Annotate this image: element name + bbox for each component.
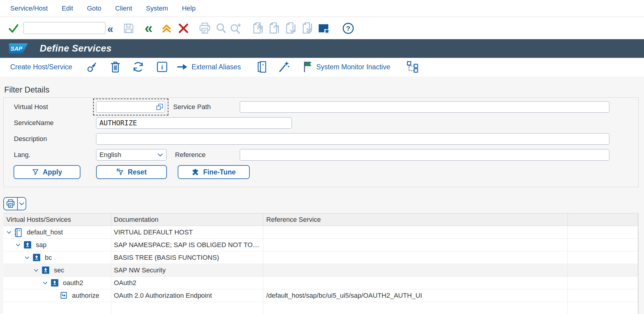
application-toolbar: Create Host/Service i External Aliases S… [0, 58, 644, 77]
tree-node-label[interactable]: oauth2 [63, 279, 83, 287]
documentation-cell: VIRTUAL DEFAULT HOST [111, 226, 263, 238]
print-split-button[interactable] [3, 197, 26, 210]
table-row-empty[interactable] [3, 302, 638, 314]
service-path-label: Service Path [173, 103, 211, 111]
tree-expand-chevron-icon[interactable] [33, 268, 39, 273]
title-bar: SAP Define Services [0, 39, 644, 58]
table-row-sec[interactable]: secSAP NW Security [3, 264, 638, 277]
column-reference-service[interactable]: Reference Service [263, 213, 567, 226]
info-icon[interactable]: i [157, 58, 167, 76]
menu-bar: Service/Host Edit Goto Client System Hel… [0, 0, 644, 17]
last-page-icon[interactable] [301, 22, 314, 35]
column-documentation[interactable]: Documentation [111, 213, 263, 226]
enter-icon[interactable] [8, 23, 19, 34]
documentation-cell: OAuth2 [111, 277, 263, 289]
service-name-input[interactable]: AUTHORIZE [96, 117, 292, 129]
menu-service-host[interactable]: Service/Host [10, 5, 48, 12]
chevron-down-icon [157, 152, 163, 158]
tree-node-label[interactable]: sap [36, 241, 46, 249]
external-aliases-button[interactable]: External Aliases [177, 58, 241, 76]
table-row-default_host[interactable]: default_hostVIRTUAL DEFAULT HOST [3, 226, 638, 239]
tree-expand-chevron-icon[interactable] [42, 280, 48, 286]
command-field[interactable] [23, 22, 105, 34]
service-path-input[interactable] [240, 101, 609, 113]
apply-button[interactable]: Apply [14, 165, 80, 179]
previous-page-icon[interactable] [268, 22, 281, 35]
reference-service-cell: /default_host/sap/bc/ui5_ui5/sap/OAUTH2_… [263, 289, 567, 302]
table-row-oauth2[interactable]: oauth2OAuth2 [3, 277, 638, 289]
services-table: Virtual Hosts/Services Documentation Ref… [3, 213, 639, 314]
tree-cell: oauth2 [3, 277, 111, 289]
port-icon[interactable] [257, 58, 268, 76]
reference-service-cell [263, 251, 567, 264]
menu-system[interactable]: System [146, 5, 168, 12]
reference-service-cell [263, 226, 567, 238]
table-row-bc[interactable]: bcBASIS TREE (BASIS FUNCTIONS) [3, 251, 638, 264]
sap-logo: SAP [9, 43, 28, 54]
system-toolbar: « « ? [0, 17, 644, 39]
reference-input[interactable] [240, 149, 609, 161]
language-label: Lang. [14, 151, 30, 159]
virtual-host-label: Virtual Host [14, 103, 48, 111]
tree-node-label[interactable]: sec [54, 266, 64, 274]
menu-help[interactable]: Help [182, 5, 195, 12]
package-icon [51, 279, 59, 287]
help-icon[interactable]: ? [342, 22, 354, 34]
reference-service-cell [263, 302, 567, 314]
reset-button[interactable]: Reset [96, 165, 167, 179]
language-select[interactable]: English [96, 149, 167, 161]
wand-icon[interactable] [278, 58, 290, 76]
tree-node-label[interactable]: default_host [27, 228, 63, 236]
tree-node-label[interactable]: bc [45, 254, 52, 262]
service-name-label: ServiceName [14, 119, 54, 127]
back-icon[interactable]: « [145, 21, 153, 35]
cancel-icon[interactable] [178, 23, 189, 34]
tree-expand-chevron-icon[interactable] [15, 242, 21, 248]
print-icon[interactable] [199, 22, 211, 34]
filter-icon [32, 168, 39, 176]
virtual-host-input[interactable] [96, 101, 165, 113]
find-icon[interactable] [215, 22, 227, 34]
new-session-icon[interactable] [317, 22, 330, 34]
table-header: Virtual Hosts/Services Documentation Ref… [3, 213, 638, 226]
column-virtual-hosts-services[interactable]: Virtual Hosts/Services [3, 213, 111, 226]
reference-label: Reference [175, 151, 206, 159]
first-page-icon[interactable] [252, 22, 264, 35]
documentation-cell: OAuth 2.0 Authorization Endpoint [111, 289, 263, 302]
save-icon[interactable] [123, 23, 134, 34]
tree-expand-chevron-icon[interactable] [6, 230, 12, 235]
table-row-sap[interactable]: sapSAP NAMESPACE; SAP IS OBLIGED NOT TO… [3, 239, 638, 251]
tree-cell [3, 302, 111, 314]
find-next-icon[interactable] [230, 22, 242, 34]
menu-edit[interactable]: Edit [62, 5, 73, 12]
page-title: Define Services [40, 43, 111, 54]
documentation-cell: BASIS TREE (BASIS FUNCTIONS) [111, 251, 263, 264]
reference-service-cell [263, 239, 567, 251]
hierarchy-icon[interactable] [407, 58, 419, 76]
print-options-dropdown[interactable] [18, 198, 26, 210]
tree-node-label[interactable]: authorize [72, 292, 99, 300]
display-change-icon[interactable] [87, 58, 99, 76]
exit-icon[interactable] [161, 23, 172, 34]
chevron-down-icon [19, 201, 25, 207]
table-row-authorize[interactable]: authorizeOAuth 2.0 Authorization Endpoin… [3, 289, 638, 302]
description-input[interactable] [96, 133, 609, 145]
tree-cell: sap [3, 239, 111, 251]
value-help-icon[interactable] [156, 103, 163, 111]
tree-cell: default_host [3, 226, 111, 238]
host-icon [14, 228, 22, 237]
flag-icon [303, 61, 313, 73]
menu-client[interactable]: Client [115, 5, 132, 12]
next-page-icon[interactable] [285, 22, 297, 35]
fine-tune-button[interactable]: Fine-Tune [178, 165, 250, 179]
puzzle-icon [192, 168, 199, 176]
print-icon[interactable] [4, 198, 18, 210]
system-monitor-button[interactable]: System Monitor Inactive [303, 58, 390, 76]
create-host-service-button[interactable]: Create Host/Service [10, 58, 72, 76]
refresh-icon[interactable] [132, 58, 145, 76]
delete-icon[interactable] [110, 58, 120, 76]
tree-expand-chevron-icon[interactable] [24, 255, 30, 260]
menu-goto[interactable]: Goto [87, 5, 102, 12]
reference-service-cell [263, 277, 567, 289]
collapse-icon[interactable]: « [107, 24, 113, 35]
